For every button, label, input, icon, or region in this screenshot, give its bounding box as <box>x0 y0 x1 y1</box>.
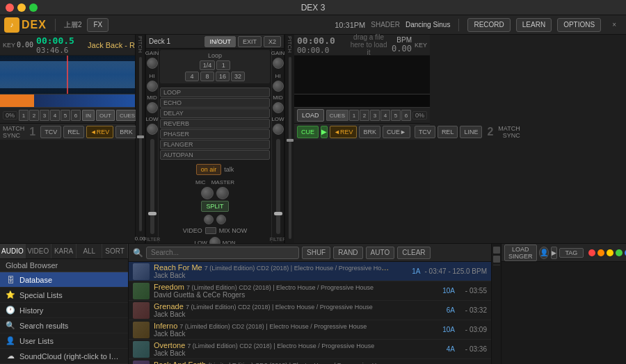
gain-knob-r[interactable] <box>273 58 284 69</box>
loop-1-4[interactable]: 1/4 <box>200 60 216 70</box>
sidebar-item-soundcloud[interactable]: ☁ SoundCloud (right-click to login) <box>0 349 128 364</box>
load-singer-btn[interactable]: LOAD SINGER <box>504 245 537 261</box>
deck1-cue2[interactable]: 2 <box>29 110 39 121</box>
color-dot-yellow[interactable] <box>607 249 613 256</box>
panel-btn-2[interactable] <box>493 256 500 263</box>
deck1-cue4[interactable]: 4 <box>50 110 60 121</box>
deck1-cue5[interactable]: 5 <box>61 110 70 121</box>
maximize-button[interactable] <box>29 3 38 12</box>
record-button[interactable]: RECORD <box>467 18 510 32</box>
tab-kara[interactable]: KARA <box>51 244 77 258</box>
loop-4[interactable]: 4 <box>185 72 199 81</box>
deck1-rel-btn[interactable]: REL <box>63 126 84 138</box>
fx-delay[interactable]: DELAY <box>160 108 270 118</box>
deck2-cue2[interactable]: 2 <box>360 110 369 121</box>
deck2-cue3[interactable]: 3 <box>370 110 380 121</box>
loop-16[interactable]: 16 <box>216 72 230 81</box>
deck1-pitch-handle[interactable] <box>137 135 144 138</box>
fx-button[interactable]: FX <box>87 18 109 32</box>
deck1-cue3[interactable]: 3 <box>40 110 49 121</box>
person-icon[interactable]: 👤 <box>539 247 549 259</box>
tag-btn[interactable]: TAG <box>559 248 584 258</box>
close-button[interactable] <box>6 3 14 12</box>
sidebar-item-history[interactable]: 🕐 History <box>0 303 128 318</box>
panel-btn-1[interactable] <box>493 247 500 254</box>
window-controls[interactable] <box>6 3 38 12</box>
color-dot-green[interactable] <box>616 249 623 256</box>
master-knob[interactable] <box>216 187 229 199</box>
options-button[interactable]: OPTIONS <box>557 18 601 32</box>
deck2-cue-btn[interactable]: CUE <box>297 126 319 138</box>
on-air-btn[interactable]: on air <box>196 164 222 175</box>
table-row[interactable]: Freedom 7 (Limited Edition) CD2 (2018) |… <box>129 281 491 301</box>
sidebar-item-search-results[interactable]: 🔍 Search results <box>0 318 128 333</box>
deck2-cue2-btn[interactable]: CUE► <box>383 126 410 138</box>
deck2-line-btn[interactable]: LINE <box>460 126 482 138</box>
gain-knob-l[interactable] <box>147 58 158 69</box>
color-dot-red[interactable] <box>588 249 595 256</box>
mid-knob-r[interactable] <box>273 102 284 113</box>
rand-btn[interactable]: RAND <box>333 247 362 259</box>
deck1-pitch-track[interactable] <box>139 57 142 231</box>
sidebar-item-special-lists[interactable]: ⭐ Special Lists <box>0 288 128 303</box>
deck2-load-btn[interactable]: LOAD <box>297 109 324 122</box>
video-toggle[interactable] <box>205 227 216 234</box>
deck2-cue5[interactable]: 5 <box>391 110 401 121</box>
deck1-tcv-btn[interactable]: TCV <box>40 126 61 138</box>
exit-btn[interactable]: EXIT <box>238 36 262 47</box>
tab-video[interactable]: VIDEO <box>26 244 51 258</box>
clear-btn[interactable]: CLEAR <box>397 247 430 259</box>
fx-autopan[interactable]: AUTOPAN <box>160 150 270 160</box>
deck2-cues-btn[interactable]: CUES <box>326 110 348 121</box>
play-icon[interactable]: ▶ <box>551 247 557 259</box>
minimize-button[interactable] <box>17 3 26 12</box>
vol-handle-r[interactable] <box>274 212 282 215</box>
loop-32[interactable]: 32 <box>231 72 245 81</box>
tab-audio[interactable]: AUDIO <box>0 244 26 258</box>
vol-handle-l[interactable] <box>148 212 156 215</box>
learn-button[interactable]: LEARN <box>516 18 552 32</box>
deck2-rev-btn[interactable]: ◄REV <box>330 126 357 138</box>
fx-reverb[interactable]: REVERB <box>160 119 270 129</box>
close-app-button[interactable]: × <box>607 18 622 32</box>
deck1-brk-btn[interactable]: BRK <box>115 126 137 138</box>
mid-knob-l[interactable] <box>147 102 158 113</box>
table-row[interactable]: Back And Forth (Limited Edition) CD2 (20… <box>129 359 491 364</box>
deck2-brk-btn[interactable]: BRK <box>359 126 380 138</box>
table-row[interactable]: Reach For Me 7 (Limited Edition) CD2 (20… <box>129 262 491 281</box>
loop-8[interactable]: 8 <box>200 72 214 81</box>
fx-phaser[interactable]: PHASER <box>160 129 270 139</box>
vol-fader-r[interactable] <box>276 139 280 234</box>
deck2-pitch-track[interactable] <box>289 57 291 239</box>
deck2-pitch-handle[interactable] <box>287 139 294 142</box>
deck2-rel-btn[interactable]: REL <box>438 126 458 138</box>
table-row[interactable]: Inferno 7 (Limited Edition) CD2 (2018) |… <box>129 320 491 340</box>
fx-loop[interactable]: LOOP <box>160 88 270 97</box>
sidebar-item-user-lists[interactable]: 👤 User Lists <box>0 333 128 349</box>
sidebar-item-database[interactable]: 🗄 Database <box>0 272 128 288</box>
shuf-btn[interactable]: SHUF <box>302 247 330 259</box>
x2-btn[interactable]: X2 <box>264 36 281 47</box>
color-dot-orange[interactable] <box>597 249 604 256</box>
deck1-out-btn[interactable]: OUT <box>96 110 115 121</box>
mic-knob[interactable] <box>201 187 214 199</box>
deck2-cue1[interactable]: 1 <box>349 110 359 121</box>
master-knob2[interactable] <box>216 215 226 224</box>
tab-sort[interactable]: SORT <box>102 244 128 258</box>
deck1-rev-btn[interactable]: ◄REV <box>86 126 113 138</box>
fx-echo[interactable]: ECHO <box>160 98 270 108</box>
mic-knob2[interactable] <box>204 215 214 224</box>
hi-knob-l[interactable] <box>147 81 158 92</box>
deck2-play-btn[interactable]: ▶ <box>321 126 328 138</box>
table-row[interactable]: Grenade 7 (Limited Edition) CD2 (2018) |… <box>129 301 491 320</box>
deck2-cue4[interactable]: 4 <box>380 110 390 121</box>
vol-fader-l[interactable] <box>150 139 154 234</box>
deck1-cue6[interactable]: 6 <box>71 110 81 121</box>
auto-btn[interactable]: AUTO <box>366 247 395 259</box>
deck2-tcv-btn[interactable]: TCV <box>415 126 435 138</box>
search-input[interactable] <box>146 247 299 259</box>
low-knob-r[interactable] <box>273 124 284 135</box>
fx-flanger[interactable]: FLANGER <box>160 140 270 149</box>
split-btn[interactable]: SPLIT <box>201 201 228 212</box>
deck1-in-btn[interactable]: IN <box>82 110 95 121</box>
